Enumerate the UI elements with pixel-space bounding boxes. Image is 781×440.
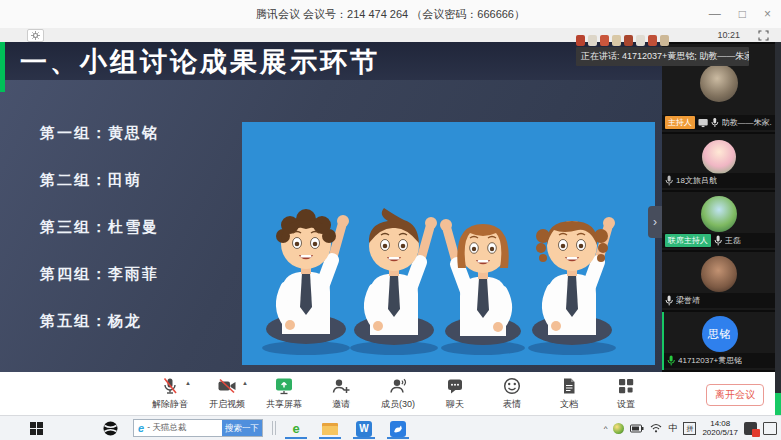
tencent-meeting-window: 腾讯会议 会议号：214 474 264 （会议密码：666666） — □ ×… xyxy=(0,0,781,440)
notification-app-icon[interactable] xyxy=(744,422,757,435)
students-illustration xyxy=(242,122,655,365)
gear-glyph xyxy=(31,31,40,40)
sidebar-scrollbar[interactable] xyxy=(775,42,781,415)
host-badge: 主持人 xyxy=(665,116,695,129)
participant-name: 41712037+黄思铭 xyxy=(678,355,742,366)
participants-sidebar: 主持人 助教——朱家... xyxy=(662,42,775,372)
share-screen-button[interactable]: 共享屏幕 xyxy=(262,376,306,411)
button-label: 设置 xyxy=(617,398,635,411)
taskbar-browser-icon[interactable]: e xyxy=(284,418,308,439)
leave-meeting-button[interactable]: 离开会议 xyxy=(706,384,764,406)
avatar xyxy=(702,140,736,174)
screen-share-mini-icon xyxy=(698,118,708,128)
clock-date: 2020/5/17 xyxy=(702,428,738,437)
green-edge-stripe xyxy=(0,42,5,92)
invite-button[interactable]: 邀请 xyxy=(319,376,363,411)
fullscreen-icon[interactable] xyxy=(758,30,769,41)
video-options-caret[interactable]: ▲ xyxy=(242,380,248,386)
group-list: 第一组：黄思铭 第二组：田萌 第三组：杜雪曼 第四组：李雨菲 第五组：杨龙 xyxy=(40,124,159,359)
group-item: 第一组：黄思铭 xyxy=(40,124,159,144)
action-center-icon[interactable] xyxy=(763,422,777,435)
taskbar-meeting-app-icon[interactable] xyxy=(386,418,410,439)
minimize-button[interactable]: — xyxy=(709,8,721,20)
mic-muted-icon xyxy=(160,376,180,396)
settings-button[interactable]: 设置 xyxy=(604,376,648,411)
now-speaking-banner: 正在讲话: 41712037+黄思铭; 助教——朱家... xyxy=(576,47,749,66)
group-item: 第五组：杨龙 xyxy=(40,312,159,332)
taskbar-wps-icon[interactable]: W xyxy=(352,418,376,439)
avatar xyxy=(701,256,737,292)
window-title: 腾讯会议 会议号：214 474 264 （会议密码：666666） xyxy=(0,0,781,28)
scrollbar-thumb[interactable] xyxy=(775,393,781,415)
participant-name: 助教——朱家... xyxy=(722,117,772,128)
decorative-artwork xyxy=(576,35,669,47)
tray-expand-chevron[interactable]: ^ xyxy=(604,424,608,433)
sidebar-collapse-tab[interactable]: › xyxy=(648,206,662,238)
start-video-button[interactable]: 开启视频 ▲ xyxy=(205,376,249,411)
participant-name: 18文旅吕航 xyxy=(676,175,717,186)
meeting-duration: 10:21 xyxy=(717,30,740,40)
edge-e-icon: e xyxy=(138,422,144,434)
maximize-button[interactable]: □ xyxy=(739,8,746,20)
participant-tile[interactable]: 18文旅吕航 xyxy=(662,134,775,190)
search-suggestion-text[interactable]: - 天猫总裁 xyxy=(147,422,222,434)
button-label: 表情 xyxy=(503,398,521,411)
invite-icon xyxy=(331,376,351,396)
participant-tile[interactable]: 梁誉靖 xyxy=(662,252,775,310)
group-item: 第三组：杜雪曼 xyxy=(40,218,159,238)
raising-hands-kids xyxy=(242,122,655,365)
clock-time: 14:08 xyxy=(702,419,738,428)
ime-language-indicator[interactable]: 中 xyxy=(668,422,677,435)
members-icon xyxy=(388,376,408,396)
search-button[interactable]: 搜索一下 xyxy=(222,420,262,436)
windows-start-button[interactable] xyxy=(30,422,43,435)
mic-icon xyxy=(711,117,718,128)
emoji-icon xyxy=(502,376,522,396)
shared-screen-stage: 一、小组讨论成果展示环节 第一组：黄思铭 第二组：田萌 第三组：杜雪曼 第四组：… xyxy=(0,42,662,372)
participant-tile-active-speaker[interactable]: 思铭 41712037+黄思铭 xyxy=(662,312,775,370)
participant-name: 王磊 xyxy=(725,235,741,246)
taskbar-file-explorer-icon[interactable] xyxy=(318,418,342,439)
window-titlebar: 腾讯会议 会议号：214 474 264 （会议密码：666666） — □ × xyxy=(0,0,781,29)
avatar xyxy=(700,64,738,102)
participant-tile-cohost[interactable]: 联席主持人 王磊 xyxy=(662,192,775,250)
gear-icon[interactable] xyxy=(27,29,44,42)
windows-taskbar: e - 天猫总裁 搜索一下 e W ^ xyxy=(0,415,781,440)
docs-button[interactable]: 文档 xyxy=(547,376,591,411)
mic-icon xyxy=(714,235,722,246)
button-label: 聊天 xyxy=(446,398,464,411)
meeting-controls-bar: 解除静音 ▲ 开启视频 ▲ xyxy=(0,372,775,415)
group-item: 第二组：田萌 xyxy=(40,171,159,191)
mic-icon xyxy=(665,295,673,306)
chevron-right-icon: › xyxy=(653,215,657,229)
avatar xyxy=(701,196,737,232)
button-label: 成员(30) xyxy=(381,398,415,411)
mic-options-caret[interactable]: ▲ xyxy=(185,380,191,386)
chat-icon xyxy=(445,376,465,396)
app-swirl-icon[interactable] xyxy=(103,421,118,436)
settings-grid-icon xyxy=(616,376,636,396)
chat-button[interactable]: 聊天 xyxy=(433,376,477,411)
button-label: 邀请 xyxy=(332,398,350,411)
wifi-icon[interactable] xyxy=(650,423,662,433)
avatar-text: 思铭 xyxy=(708,327,732,342)
document-icon xyxy=(559,376,579,396)
emoji-button[interactable]: 表情 xyxy=(490,376,534,411)
avatar-initials: 思铭 xyxy=(702,316,738,352)
taskbar-search-box[interactable]: e - 天猫总裁 搜索一下 xyxy=(133,419,263,437)
battery-icon[interactable] xyxy=(630,424,644,433)
mic-active-icon xyxy=(667,355,675,366)
taskbar-clock[interactable]: 14:08 2020/5/17 xyxy=(702,419,738,437)
slide-title: 一、小组讨论成果展示环节 xyxy=(20,42,380,80)
tray-app-icon[interactable] xyxy=(613,423,624,434)
close-button[interactable]: × xyxy=(764,8,771,20)
ime-pinyin-indicator[interactable]: 拼 xyxy=(683,422,696,435)
button-label: 共享屏幕 xyxy=(266,398,302,411)
unmute-button[interactable]: 解除静音 ▲ xyxy=(148,376,192,411)
camera-muted-icon xyxy=(217,376,237,396)
participant-name: 梁誉靖 xyxy=(676,295,700,306)
share-screen-icon xyxy=(274,376,294,396)
group-item: 第四组：李雨菲 xyxy=(40,265,159,285)
taskbar-separator xyxy=(272,421,276,435)
members-button[interactable]: 成员(30) xyxy=(376,376,420,411)
